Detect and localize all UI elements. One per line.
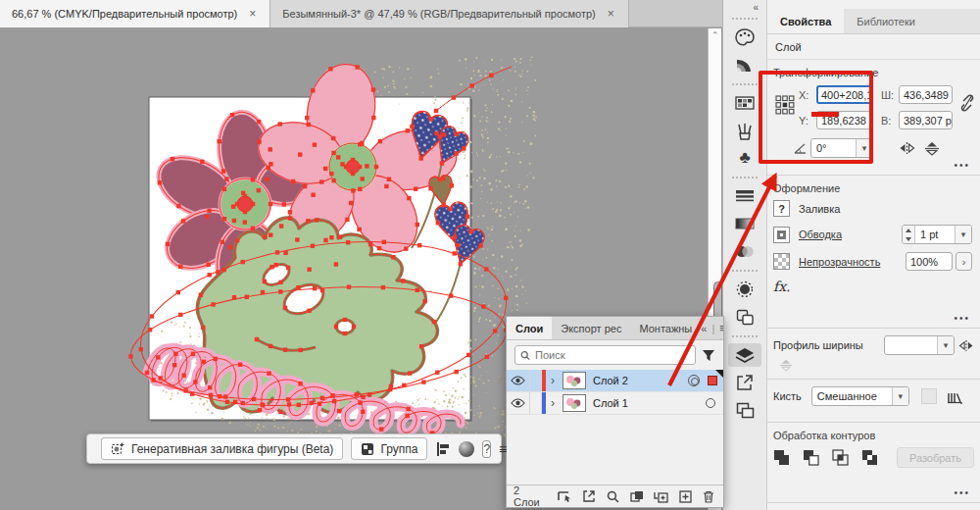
tab-artboards[interactable]: Монтажны <box>630 317 701 339</box>
layers-panel: Слои Экспорт рес Монтажны « | ≡ › <box>506 316 724 508</box>
layer-name[interactable]: Слой 2 <box>593 375 628 386</box>
flip-across-icon[interactable] <box>958 339 974 352</box>
document-tab-inactive[interactable]: Безымянный-3* @ 47,49 % (RGB/Предварител… <box>270 0 628 27</box>
illustrator-app: 66,67 % (CMYK/Предварительный просмотр) … <box>0 0 980 510</box>
brush-select[interactable]: Смешанное ▾ <box>811 386 909 406</box>
filter-icon[interactable] <box>702 349 715 362</box>
layer-thumbnail[interactable] <box>563 394 586 412</box>
lock-toggle[interactable] <box>530 370 542 391</box>
clipping-mask-tool-icon[interactable] <box>558 488 572 504</box>
opacity-input[interactable]: 100% <box>906 252 953 271</box>
stroke-label[interactable]: Обводка <box>799 229 842 240</box>
opacity-expand-icon[interactable]: › <box>956 252 972 271</box>
pathfinder-more-icon[interactable]: ••• <box>954 487 970 498</box>
search-input[interactable] <box>535 349 690 361</box>
tab-asset-export[interactable]: Экспорт рес <box>552 317 630 339</box>
scroll-up-arrow[interactable]: ⌃ <box>711 30 719 40</box>
divider: | <box>711 323 714 334</box>
y-input[interactable]: 189,6238 p <box>816 111 873 129</box>
document-tab-label: Безымянный-3* @ 47,49 % (RGB/Предварител… <box>282 8 595 20</box>
layer-thumbnail[interactable] <box>563 372 586 389</box>
locate-object-icon[interactable] <box>606 488 620 504</box>
make-clip-mask-icon[interactable] <box>629 488 644 504</box>
symbols-panel-icon[interactable]: ♣ <box>728 146 761 170</box>
brushes-panel-icon[interactable] <box>728 119 761 142</box>
tab-layers[interactable]: Слои <box>507 317 552 339</box>
transparency-panel-icon[interactable] <box>728 239 761 263</box>
pathfinder-intersect-icon[interactable] <box>832 449 849 466</box>
stroke-stepper[interactable] <box>903 226 915 243</box>
reference-point-icon[interactable] <box>775 95 795 117</box>
pathfinder-exclude-icon[interactable] <box>861 449 878 466</box>
lock-toggle[interactable] <box>530 392 542 414</box>
layer-row-1[interactable]: › Слой 1 <box>507 392 723 415</box>
transform-more-icon[interactable]: ••• <box>954 160 970 171</box>
chevron-down-icon[interactable]: ▾ <box>937 336 954 354</box>
document-tab-active[interactable]: 66,67 % (CMYK/Предварительный просмотр) … <box>0 0 270 27</box>
dock-collapse-icon[interactable]: « <box>753 0 766 13</box>
color-panel-icon[interactable] <box>728 26 761 49</box>
align-icon[interactable] <box>435 440 451 458</box>
opacity-icon[interactable] <box>773 253 790 270</box>
layer-name[interactable]: Слой 1 <box>593 397 628 409</box>
x-input[interactable]: 400+208,1 <box>816 85 873 104</box>
brush-options-disabled <box>921 388 937 404</box>
appearance-panel-icon[interactable] <box>728 278 761 301</box>
group-button[interactable]: Группа <box>351 437 427 460</box>
brush-libraries-icon[interactable] <box>947 389 962 404</box>
tab-properties[interactable]: Свойства <box>767 9 844 33</box>
appearance-more-icon[interactable]: ••• <box>954 313 970 324</box>
pathfinder-unite-icon[interactable] <box>773 449 790 466</box>
gradient-panel-icon[interactable] <box>728 212 761 235</box>
opacity-label[interactable]: Непрозрачность <box>799 256 880 268</box>
color-guide-icon[interactable] <box>728 53 761 76</box>
visibility-toggle[interactable] <box>507 370 530 391</box>
asset-export-panel-icon[interactable] <box>728 371 761 394</box>
target-circle[interactable] <box>706 398 715 408</box>
tab-libraries[interactable]: Библиотеки <box>844 9 928 33</box>
new-layer-icon[interactable] <box>677 488 692 504</box>
layer-row-2[interactable]: › Слой 2 <box>507 370 723 392</box>
generative-credits-icon[interactable] <box>459 440 474 458</box>
new-sublayer-icon[interactable] <box>653 488 668 504</box>
selected-corner-marker <box>715 370 723 378</box>
taskbar-menu-icon[interactable]: ≡ <box>499 440 507 458</box>
chevron-down-icon[interactable]: ▾ <box>892 387 908 405</box>
transform-title: Трансформирование <box>773 67 974 78</box>
fx-button[interactable]: fx. <box>773 279 974 294</box>
brush-section: Кисть Смешанное ▾ <box>767 380 980 423</box>
delete-layer-icon[interactable] <box>702 488 716 504</box>
help-button[interactable]: ? <box>482 440 491 458</box>
panel-menu-icon[interactable]: ≡ <box>719 321 723 335</box>
width-profile-select[interactable]: ▾ <box>884 335 955 355</box>
close-icon[interactable]: × <box>247 7 258 21</box>
rotation-select[interactable]: 0° ▾ <box>810 138 873 158</box>
layers-panel-icon[interactable] <box>728 343 761 367</box>
expand-arrow-icon[interactable]: › <box>546 374 560 387</box>
stroke-panel-icon[interactable] <box>728 184 761 208</box>
panel-collapse-icon[interactable]: « <box>701 323 707 334</box>
width-input[interactable]: 436,3489 p <box>899 85 953 104</box>
fill-swatch[interactable]: ? <box>773 200 790 217</box>
eye-icon <box>511 398 525 408</box>
swatches-panel-icon[interactable] <box>728 91 761 115</box>
artboards-panel-icon[interactable] <box>728 398 761 422</box>
expand-arrow-icon[interactable]: › <box>546 396 560 410</box>
width-profile-section: Профиль ширины ▾ <box>767 329 980 380</box>
chevron-down-icon[interactable]: ▾ <box>955 226 971 243</box>
flip-horizontal-icon[interactable] <box>899 141 915 157</box>
height-input[interactable]: 389,307 pt <box>899 111 953 129</box>
pathfinder-minus-front-icon[interactable] <box>803 449 819 466</box>
collect-export-icon[interactable] <box>582 488 597 504</box>
close-icon[interactable]: × <box>606 7 616 21</box>
search-input-wrap[interactable] <box>514 345 696 365</box>
chevron-down-icon[interactable]: ▾ <box>856 139 872 157</box>
graphic-styles-panel-icon[interactable] <box>728 305 761 329</box>
visibility-toggle[interactable] <box>507 392 530 414</box>
constrain-proportions-icon[interactable] <box>959 93 975 115</box>
target-circle[interactable] <box>688 375 700 386</box>
stroke-swatch[interactable] <box>773 227 790 243</box>
generative-fill-button[interactable]: Генеративная заливка фигуры (Beta) <box>101 437 343 460</box>
flip-vertical-icon[interactable] <box>924 141 940 158</box>
stroke-weight-control[interactable]: 1 pt ▾ <box>902 225 972 244</box>
